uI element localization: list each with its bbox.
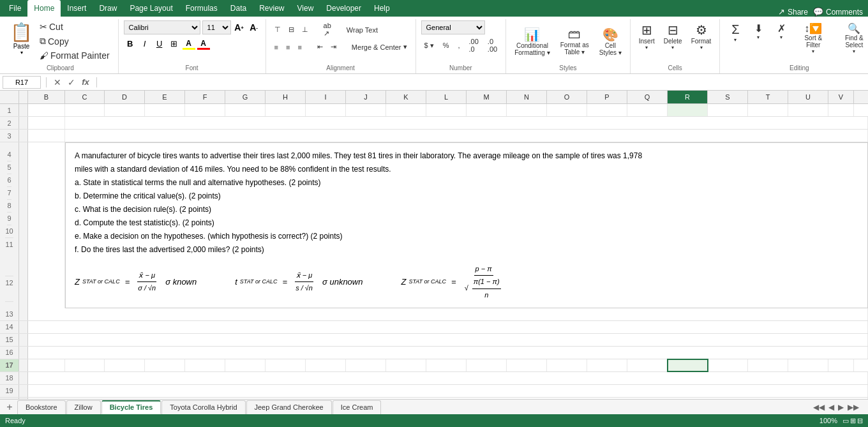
cell-rest-2[interactable] [65, 117, 868, 129]
cell-F17[interactable] [185, 359, 225, 371]
conditional-formatting-button[interactable]: 📊 ConditionalFormatting ▾ [511, 25, 553, 58]
cell-P17[interactable] [587, 359, 627, 371]
normal-view-button[interactable]: ▭ [842, 417, 849, 425]
align-center-button[interactable]: ≡ [283, 42, 293, 52]
cell-K17[interactable] [386, 359, 426, 371]
align-right-button[interactable]: ≡ [294, 42, 304, 52]
col-header-P[interactable]: P [587, 91, 627, 103]
col-header-M[interactable]: M [467, 91, 507, 103]
bold-button[interactable]: B [124, 37, 137, 50]
cell-O1[interactable] [547, 104, 587, 116]
borders-button[interactable]: ⊞ [168, 37, 181, 50]
tab-file[interactable]: File [3, 0, 27, 17]
shrink-font-button[interactable]: A- [248, 21, 260, 34]
col-header-L[interactable]: L [426, 91, 467, 103]
tab-home[interactable]: Home [27, 0, 61, 17]
tab-insert[interactable]: Insert [61, 0, 93, 17]
cell-rest-3[interactable] [65, 130, 868, 142]
cell-G17[interactable] [225, 359, 266, 371]
cell-U1[interactable] [788, 104, 828, 116]
font-size-select[interactable]: 11 [202, 20, 231, 34]
cell-B17[interactable] [28, 359, 65, 371]
number-format-select[interactable]: General [421, 20, 485, 34]
sheet-tab-ice-cream[interactable]: Ice Cream [333, 400, 382, 414]
cell-E17[interactable] [145, 359, 185, 371]
cell-J1[interactable] [346, 104, 386, 116]
merged-text-cell[interactable]: A manufacturer of bicycle tires wants to… [65, 142, 868, 308]
cell-Q1[interactable] [627, 104, 668, 116]
percent-button[interactable]: % [440, 40, 453, 50]
increase-indent-button[interactable]: ⇥ [327, 41, 340, 52]
format-painter-button[interactable]: 🖌 Format Painter [36, 49, 113, 62]
col-header-B[interactable]: B [28, 91, 65, 103]
col-header-Q[interactable]: Q [627, 91, 668, 103]
comments-button[interactable]: 💬 Comments [813, 7, 863, 17]
cell-D17[interactable] [105, 359, 145, 371]
cell-O17[interactable] [547, 359, 587, 371]
cell-M17[interactable] [467, 359, 507, 371]
tab-review[interactable]: Review [253, 0, 290, 17]
grow-font-button[interactable]: A+ [233, 21, 246, 34]
row-num-11[interactable]: 11 [5, 238, 13, 276]
cell-reference-input[interactable]: R17 [3, 76, 41, 89]
decrease-decimal-button[interactable]: .00.0 [466, 36, 482, 54]
row-number[interactable]: 2 [0, 117, 19, 129]
col-header-J[interactable]: J [346, 91, 386, 103]
cell-M1[interactable] [467, 104, 507, 116]
col-header-E[interactable]: E [145, 91, 185, 103]
dollar-button[interactable]: $ ▾ [421, 40, 437, 51]
cancel-formula-button[interactable]: ✕ [52, 77, 63, 88]
cell-I17[interactable] [306, 359, 346, 371]
cell-J17[interactable] [346, 359, 386, 371]
row-number[interactable]: 19 [0, 385, 19, 397]
page-break-view-button[interactable]: ⊟ [857, 417, 863, 425]
row-num-6[interactable]: 6 [7, 174, 11, 187]
cell-R17-active[interactable] [668, 359, 708, 371]
copy-button[interactable]: ⧉ Copy [36, 34, 113, 48]
cell-U17[interactable] [788, 359, 828, 371]
cell-C17[interactable] [65, 359, 105, 371]
row-num-4[interactable]: 4 [7, 149, 11, 161]
cell-V1[interactable] [828, 104, 854, 116]
row-number[interactable]: 18 [0, 372, 19, 384]
col-header-G[interactable]: G [225, 91, 266, 103]
col-header-C[interactable]: C [65, 91, 105, 103]
formula-input[interactable] [102, 78, 865, 87]
merge-center-button[interactable]: Merge & Center ▾ [348, 41, 410, 52]
col-header-H[interactable]: H [266, 91, 306, 103]
col-header-D[interactable]: D [105, 91, 145, 103]
increase-decimal-button[interactable]: .0.00 [484, 36, 500, 54]
insert-button[interactable]: ⊞ Insert ▾ [636, 20, 658, 52]
share-button[interactable]: ↗ Share [778, 7, 808, 17]
paste-button[interactable]: 📋 Paste ▾ [8, 20, 35, 62]
cell-T1[interactable] [748, 104, 788, 116]
cell-K1[interactable] [386, 104, 426, 116]
cell-S17[interactable] [708, 359, 748, 371]
cell-D1[interactable] [105, 104, 145, 116]
italic-button[interactable]: I [138, 37, 151, 50]
sum-button[interactable]: Σ ▾ [725, 20, 745, 45]
sheet-tab-jeep[interactable]: Jeep Grand Cherokee [246, 400, 332, 414]
orientation-button[interactable]: ab↗ [320, 20, 334, 39]
col-header-S[interactable]: S [708, 91, 748, 103]
decrease-indent-button[interactable]: ⇤ [314, 41, 326, 52]
cell-S1[interactable] [708, 104, 748, 116]
row-number[interactable]: 17 [0, 359, 19, 371]
cell-styles-button[interactable]: 🎨 CellStyles ▾ [596, 25, 625, 58]
page-layout-view-button[interactable]: ⊞ [850, 417, 856, 425]
row-num-8[interactable]: 8 [7, 200, 11, 213]
col-b-block[interactable] [28, 142, 65, 308]
row-num-12[interactable]: 12 [5, 276, 13, 302]
cell-V17[interactable] [828, 359, 854, 371]
align-bottom-button[interactable]: ⊥ [299, 24, 311, 35]
scroll-sheets-next[interactable]: ▶ [837, 401, 845, 413]
cell-15[interactable] [28, 334, 868, 346]
col-header-R[interactable]: R [668, 91, 708, 103]
cell-16[interactable] [28, 347, 868, 359]
row-number[interactable]: 1 [0, 104, 19, 116]
cell-13[interactable] [28, 308, 868, 320]
cell-F1[interactable] [185, 104, 225, 116]
col-header-U[interactable]: U [788, 91, 828, 103]
cell-L1[interactable] [426, 104, 467, 116]
align-left-button[interactable]: ≡ [271, 42, 281, 52]
